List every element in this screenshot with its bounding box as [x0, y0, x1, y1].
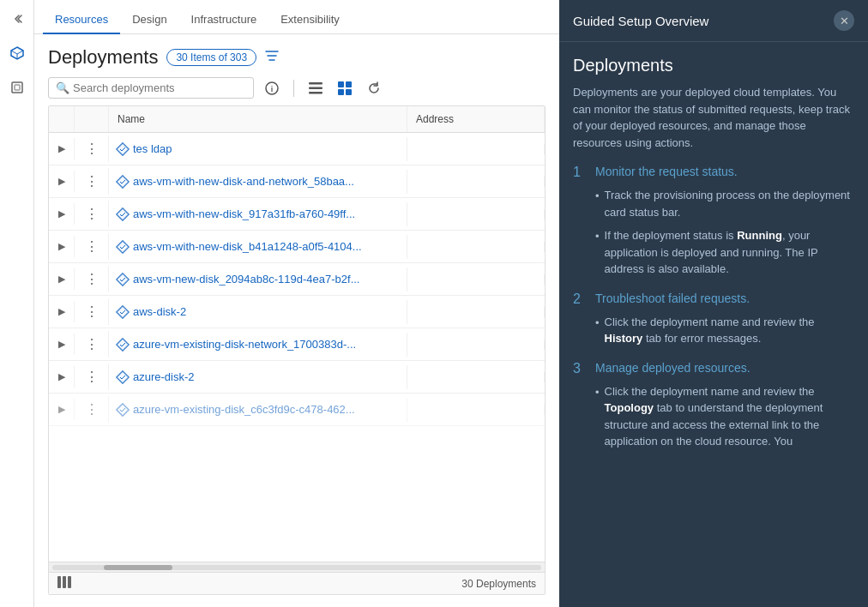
svg-rect-13: [68, 576, 71, 588]
svg-rect-1: [15, 85, 20, 90]
row-expand-4[interactable]: ▶: [49, 268, 75, 290]
list-view-button[interactable]: [304, 80, 327, 97]
svg-rect-12: [63, 576, 66, 588]
deployment-link-4[interactable]: aws-vm-new-disk_2094ab8c-119d-4ea7-b2f..…: [133, 273, 359, 285]
search-input[interactable]: [73, 81, 246, 94]
table-header: Name Address: [49, 106, 545, 133]
horizontal-scrollbar[interactable]: [49, 562, 545, 572]
step-3-bullet-0-text: Click the deployment name and review the…: [605, 383, 854, 450]
deployment-link-3[interactable]: aws-vm-with-new-disk_b41a1248-a0f5-4104.…: [133, 240, 362, 253]
step-2-header: 2 Troubleshoot failed requests.: [573, 291, 854, 307]
panel-title: Guided Setup Overview: [573, 14, 708, 28]
svg-text:i: i: [271, 85, 274, 93]
guided-setup-panel: Guided Setup Overview ✕ Deployments Depl…: [559, 0, 868, 607]
bullet-dot: •: [595, 228, 600, 245]
step-1-bullet-0: • Track the provisioning process on the …: [595, 187, 854, 220]
row-expand-8[interactable]: ▶: [49, 399, 75, 420]
svg-rect-7: [338, 81, 344, 87]
row-expand-3[interactable]: ▶: [49, 236, 75, 257]
row-address-1: [407, 177, 545, 187]
row-expand-0[interactable]: ▶: [49, 138, 75, 159]
deployment-link-6[interactable]: azure-vm-existing-disk-network_1700383d-…: [133, 338, 356, 351]
info-button[interactable]: i: [261, 79, 283, 98]
col-name: Name: [109, 106, 407, 132]
table-row: ▶ ⋮ tes ldap: [49, 133, 545, 165]
step-2-bullets: • Click the deployment name and review t…: [595, 314, 854, 347]
panel-body: Deployments Deployments are your deploye…: [559, 42, 868, 607]
tab-infrastructure[interactable]: Infrastructure: [179, 6, 269, 34]
step-2-bullet-0-text: Click the deployment name and review the…: [605, 314, 854, 347]
row-address-2: [407, 209, 545, 219]
row-more-2[interactable]: ⋮: [75, 201, 109, 227]
row-name-2: aws-vm-with-new-disk_917a31fb-a760-49ff.…: [109, 202, 407, 226]
bullet-dot: •: [595, 384, 600, 401]
table-row: ▶ ⋮ aws-vm-with-new-disk_b41a1248-a0f5-4…: [49, 231, 545, 263]
scrollbar-track: [52, 565, 541, 570]
svg-rect-6: [309, 92, 322, 94]
step-3-bullet-0: • Click the deployment name and review t…: [595, 383, 854, 450]
footer-count: 30 Deployments: [461, 578, 536, 590]
row-more-0[interactable]: ⋮: [75, 135, 109, 162]
sidebar-collapse-icon[interactable]: [5, 7, 29, 31]
step-1-bullet-0-text: Track the provisioning process on the de…: [605, 187, 854, 220]
panel-section-title: Deployments: [573, 56, 854, 75]
row-more-4[interactable]: ⋮: [75, 266, 109, 292]
tab-extensibility[interactable]: Extensibility: [268, 6, 352, 34]
table-row: ▶ ⋮ aws-vm-with-new-disk_917a31fb-a760-4…: [49, 198, 545, 231]
step-1-title: Monitor the request status.: [595, 165, 738, 178]
scrollbar-thumb[interactable]: [104, 565, 172, 570]
deployment-link-1[interactable]: aws-vm-with-new-disk-and-network_58baa..…: [133, 175, 354, 188]
deployment-link-7[interactable]: azure-disk-2: [133, 370, 195, 383]
sidebar-cube-icon[interactable]: [5, 75, 29, 99]
close-panel-button[interactable]: ✕: [834, 10, 854, 31]
row-name-1: aws-vm-with-new-disk-and-network_58baa..…: [109, 170, 407, 194]
deployment-link-2[interactable]: aws-vm-with-new-disk_917a31fb-a760-49ff.…: [133, 207, 355, 220]
refresh-button[interactable]: [363, 79, 385, 98]
highlight-history: History: [605, 332, 643, 345]
row-expand-1[interactable]: ▶: [49, 171, 75, 192]
row-more-1[interactable]: ⋮: [75, 168, 109, 195]
step-3-bullets: • Click the deployment name and review t…: [595, 383, 854, 450]
row-expand-7[interactable]: ▶: [49, 366, 75, 388]
highlight-running: Running: [737, 229, 782, 242]
tab-resources[interactable]: Resources: [43, 6, 120, 34]
row-more-3[interactable]: ⋮: [75, 233, 109, 260]
svg-rect-4: [309, 82, 322, 85]
row-expand-6[interactable]: ▶: [49, 334, 75, 355]
grid-view-button[interactable]: [334, 79, 356, 98]
search-icon: 🔍: [56, 81, 69, 94]
step-2-number: 2: [573, 291, 587, 307]
svg-rect-10: [346, 89, 352, 95]
row-more-8[interactable]: ⋮: [75, 396, 109, 423]
row-more-6[interactable]: ⋮: [75, 331, 109, 358]
svg-rect-0: [12, 82, 22, 93]
step-2: 2 Troubleshoot failed requests. • Click …: [573, 291, 854, 347]
deployment-link-5[interactable]: aws-disk-2: [133, 305, 186, 318]
row-name-8: azure-vm-existing-disk_c6c3fd9c-c478-462…: [109, 398, 407, 422]
row-name-5: aws-disk-2: [109, 300, 407, 324]
deployment-link-8[interactable]: azure-vm-existing-disk_c6c3fd9c-c478-462…: [133, 403, 355, 416]
filter-icon[interactable]: [265, 49, 279, 66]
step-3-header: 3 Manage deployed resources.: [573, 361, 854, 376]
deployments-table: Name Address ▶ ⋮ tes ldap ▶ ⋮: [48, 105, 546, 595]
tab-design[interactable]: Design: [120, 6, 178, 34]
highlight-topology: Topology: [605, 401, 654, 414]
step-1-header: 1 Monitor the request status.: [573, 165, 854, 180]
row-more-5[interactable]: ⋮: [75, 298, 109, 325]
row-expand-5[interactable]: ▶: [49, 301, 75, 322]
panel-description: Deployments are your deployed cloud temp…: [573, 84, 854, 151]
row-more-7[interactable]: ⋮: [75, 364, 109, 390]
items-count-badge: 30 Items of 303: [166, 49, 256, 66]
row-expand-2[interactable]: ▶: [49, 203, 75, 225]
page-title: Deployments: [48, 46, 158, 69]
page-header: Deployments 30 Items of 303: [48, 46, 546, 69]
columns-icon[interactable]: [57, 576, 71, 591]
sidebar-resources-icon[interactable]: [5, 41, 29, 65]
table-row: ▶ ⋮ azure-disk-2: [49, 361, 545, 394]
row-address-7: [407, 372, 545, 382]
left-sidebar: [0, 0, 34, 607]
deployment-link-0[interactable]: tes ldap: [133, 142, 172, 155]
content-area: Deployments 30 Items of 303 🔍 i: [34, 34, 559, 607]
main-area: Resources Design Infrastructure Extensib…: [34, 0, 559, 607]
row-name-0: tes ldap: [109, 137, 407, 161]
